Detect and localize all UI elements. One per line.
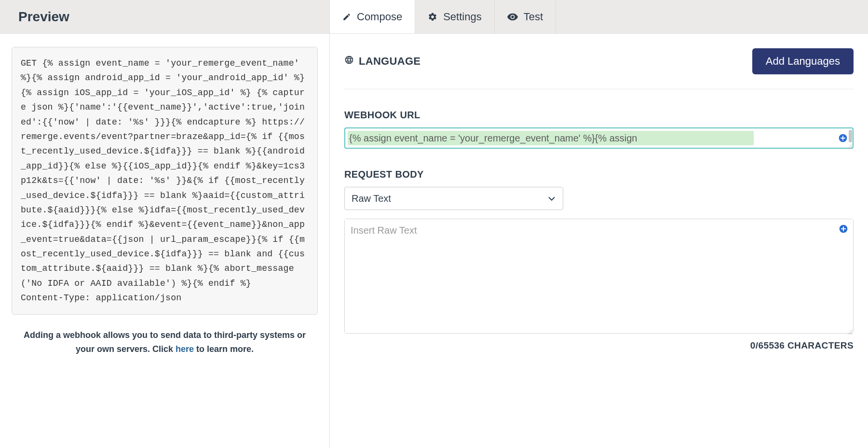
request-body-select-value: Raw Text (352, 193, 391, 204)
preview-title: Preview (18, 9, 69, 25)
request-body-textarea[interactable] (345, 219, 853, 333)
tab-settings-label: Settings (443, 11, 482, 23)
tabbar-fill (556, 0, 868, 33)
request-body-select[interactable]: Raw Text (344, 187, 563, 210)
plus-circle-icon[interactable] (839, 224, 848, 234)
plus-circle-icon[interactable] (838, 133, 848, 143)
preview-info-text: Adding a webhook allows you to send data… (19, 328, 310, 357)
resize-handle[interactable] (847, 142, 852, 147)
language-label-text: LANGUAGE (359, 55, 420, 68)
webhook-url-label: WEBHOOK URL (344, 110, 854, 121)
request-body-textarea-wrap (344, 219, 854, 334)
gear-icon (428, 12, 437, 22)
preview-header: Preview (0, 0, 329, 34)
learn-more-link[interactable]: here (176, 344, 194, 354)
resize-handle[interactable] (848, 328, 853, 333)
info-suffix: to learn more. (194, 344, 254, 354)
scrollbar-thumb[interactable] (849, 130, 852, 142)
tab-bar: Compose Settings Test (330, 0, 868, 34)
add-languages-button[interactable]: Add Languages (752, 48, 854, 74)
webhook-url-input[interactable] (345, 128, 853, 148)
language-label: LANGUAGE (344, 55, 420, 68)
tab-test-label: Test (524, 11, 543, 23)
tab-test[interactable]: Test (495, 0, 556, 33)
pencil-icon (342, 13, 351, 21)
preview-code-box: GET {% assign event_name = 'your_remerge… (12, 47, 318, 315)
request-body-label: REQUEST BODY (344, 169, 854, 180)
info-prefix: Adding a webhook allows you to send data… (24, 330, 306, 354)
tab-compose[interactable]: Compose (330, 0, 415, 33)
preview-panel: Preview GET {% assign event_name = 'your… (0, 0, 330, 448)
webhook-url-input-wrap (344, 127, 854, 149)
character-count: 0/65536 CHARACTERS (344, 340, 854, 351)
editor-panel: Compose Settings Test (330, 0, 868, 448)
eye-icon (507, 13, 518, 21)
caret-down-icon (548, 193, 555, 204)
tab-compose-label: Compose (357, 11, 402, 23)
globe-icon (344, 55, 354, 68)
language-row: LANGUAGE Add Languages (344, 48, 854, 89)
tab-settings[interactable]: Settings (415, 0, 495, 33)
